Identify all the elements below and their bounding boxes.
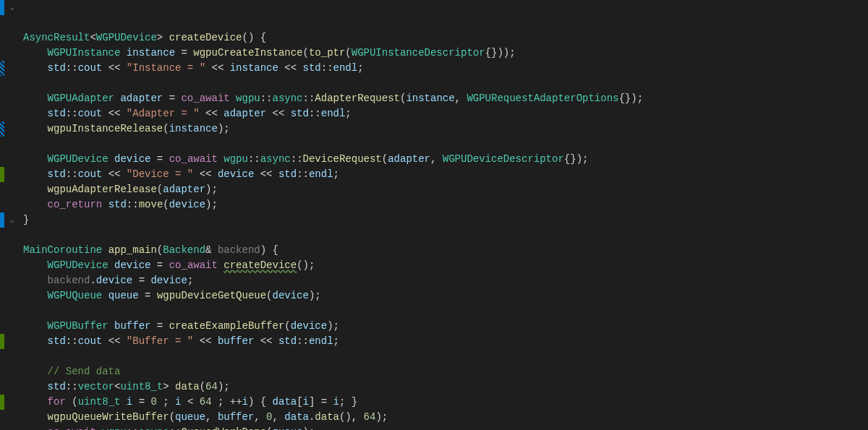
- fold-toggle[interactable]: ⌄: [7, 212, 17, 228]
- token-type: Backend: [163, 244, 205, 256]
- token-string: "Device = ": [127, 168, 193, 180]
- token-control: co_await: [169, 259, 218, 271]
- token-var: endl: [333, 62, 358, 74]
- token-type: WGPUDevice: [96, 32, 157, 43]
- code-line[interactable]: [23, 76, 643, 91]
- token-punct: ) {: [248, 396, 273, 408]
- token-var: adapter: [120, 93, 163, 104]
- code-line[interactable]: WGPUQueue queue = wgpuDeviceGetQueue(dev…: [23, 288, 643, 304]
- code-line[interactable]: std::cout << "Device = " << device << st…: [23, 167, 643, 182]
- token-string: "Adapter = ": [127, 108, 200, 119]
- token-var: std: [291, 108, 309, 119]
- token-var: std: [48, 381, 66, 392]
- token-punct: ,: [455, 93, 467, 104]
- code-line[interactable]: wgpuAdapterRelease(adapter);: [23, 182, 643, 197]
- token-comment: // Send data: [48, 366, 121, 377]
- token-punct: () {: [242, 32, 266, 43]
- code-line[interactable]: }: [23, 212, 643, 228]
- token-func: to_ptr: [309, 47, 345, 59]
- code-line[interactable]: std::cout << "Buffer = " << buffer << st…: [23, 334, 643, 349]
- code-line[interactable]: wgpuQueueWriteBuffer(queue, buffer, 0, d…: [23, 410, 643, 425]
- token-var: endl: [309, 168, 333, 180]
- token-var: buffer: [218, 335, 254, 347]
- code-line[interactable]: // Send data: [23, 364, 643, 379]
- token-punct: {});: [618, 93, 643, 104]
- code-line[interactable]: co_await wgpu::async::QueuedWorkDone(que…: [23, 425, 643, 430]
- token-namespace: wgpu: [224, 153, 248, 165]
- token-punct: ;: [345, 108, 351, 119]
- token-type: WGPUQueue: [48, 290, 103, 301]
- token-punct: (: [345, 47, 351, 59]
- token-var: std: [48, 168, 66, 180]
- code-editor[interactable]: AsyncResult<WGPUDevice> createDevice() {…: [20, 0, 643, 430]
- token-punct: =: [163, 93, 181, 104]
- code-line[interactable]: WGPUAdapter adapter = co_await wgpu::asy…: [23, 91, 643, 106]
- token-var: std: [303, 62, 321, 74]
- token-punct: [: [297, 396, 302, 408]
- token-punct: <: [182, 396, 200, 408]
- token-punct: (: [200, 381, 205, 392]
- token-control: co_return: [48, 199, 103, 210]
- token-var: std: [278, 168, 297, 180]
- token-string: "Instance = ": [127, 62, 205, 74]
- gutter: ⌄⌄: [0, 0, 20, 430]
- token-punct: ::: [66, 108, 78, 119]
- token-type: WGPUBuffer: [48, 320, 109, 332]
- code-line[interactable]: WGPUDevice device = co_await wgpu::async…: [23, 152, 643, 167]
- token-var: instance: [406, 93, 454, 104]
- token-punct: =: [150, 259, 169, 271]
- code-line[interactable]: MainCoroutine app_main(Backend& backend)…: [23, 243, 643, 258]
- code-line[interactable]: AsyncResult<WGPUDevice> createDevice() {: [23, 30, 643, 46]
- code-line[interactable]: backend.device = device;: [23, 273, 643, 288]
- token-punct: .: [90, 275, 95, 286]
- token-punct: ::: [309, 108, 321, 119]
- code-line[interactable]: [23, 137, 643, 152]
- token-punct: ::: [260, 93, 273, 104]
- token-punct: {}));: [485, 47, 516, 59]
- code-line[interactable]: std::vector<uint8_t> data(64);: [23, 379, 643, 395]
- code-line[interactable]: [23, 304, 643, 319]
- token-punct: <<: [102, 108, 127, 119]
- token-punct: );: [205, 199, 218, 210]
- token-var: std: [109, 199, 127, 210]
- token-func: createDevice: [169, 32, 242, 43]
- token-punct: <<: [102, 62, 127, 74]
- fold-toggle[interactable]: ⌄: [7, 0, 17, 15]
- code-line[interactable]: [23, 228, 643, 243]
- code-line[interactable]: for (uint8_t i = 0 ; i < 64 ; ++i) { dat…: [23, 395, 643, 410]
- token-func: createExampleBuffer: [169, 320, 285, 332]
- token-var: device: [273, 290, 309, 301]
- code-line[interactable]: co_return std::move(device);: [23, 197, 643, 212]
- token-var: i: [303, 396, 309, 408]
- token-func: wgpuQueueWriteBuffer: [48, 411, 169, 423]
- token-punct: <<: [266, 108, 291, 119]
- token-func: AdapterRequest: [315, 93, 400, 104]
- token-punct: >: [157, 32, 169, 43]
- token-namespace: wgpu: [102, 426, 127, 430]
- code-line[interactable]: WGPUInstance instance = wgpuCreateInstan…: [23, 46, 643, 61]
- token-punct: <<: [254, 168, 278, 180]
- token-punct: <<: [102, 335, 127, 347]
- code-line[interactable]: WGPUDevice device = co_await createDevic…: [23, 258, 643, 273]
- token-func: data: [315, 411, 339, 423]
- token-punct: =: [150, 153, 169, 165]
- code-line[interactable]: std::cout << "Adapter = " << adapter << …: [23, 106, 643, 121]
- token-type: WGPUInstance: [48, 47, 121, 59]
- token-var: device: [150, 275, 187, 286]
- code-line[interactable]: std::cout << "Instance = " << instance <…: [23, 61, 643, 76]
- token-punct: ::: [169, 426, 182, 430]
- token-var: std: [48, 335, 66, 347]
- token-punct: <<: [205, 62, 230, 74]
- token-punct: (: [266, 290, 272, 301]
- code-line[interactable]: wgpuInstanceRelease(instance);: [23, 121, 643, 137]
- code-line[interactable]: [23, 349, 643, 364]
- token-type: WGPUInstanceDescriptor: [352, 47, 485, 59]
- token-punct: ::: [303, 93, 315, 104]
- code-line[interactable]: WGPUBuffer buffer = createExampleBuffer(…: [23, 319, 643, 334]
- token-func: wgpuCreateInstance: [193, 47, 302, 59]
- token-punct: ,: [273, 411, 285, 423]
- token-type: uint8_t: [78, 396, 121, 408]
- token-control: co_await: [48, 426, 96, 430]
- token-var: cout: [78, 62, 103, 74]
- token-punct: ::: [66, 62, 78, 74]
